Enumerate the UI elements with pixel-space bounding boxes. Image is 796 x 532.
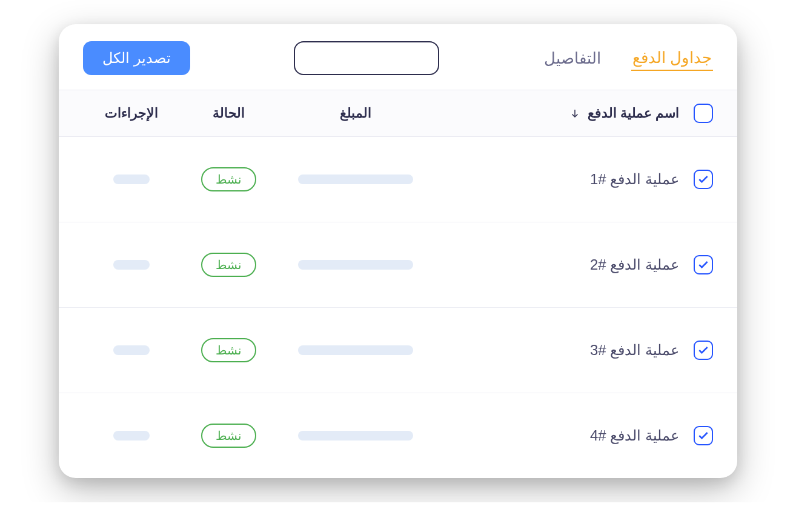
amount-placeholder — [298, 345, 413, 355]
status-badge: نشط — [201, 338, 256, 362]
column-label-name: اسم عملية الدفع — [588, 105, 679, 121]
payments-card: جداول الدفع التفاصيل تصدير الكل اسم عملي… — [59, 24, 737, 478]
select-all-checkbox[interactable] — [694, 104, 713, 123]
row-checkbox[interactable] — [694, 255, 713, 274]
amount-placeholder — [298, 260, 413, 270]
tab-details[interactable]: التفاصيل — [543, 47, 602, 70]
tab-payment-schedules[interactable]: جداول الدفع — [631, 46, 713, 71]
column-header-amount: المبلغ — [277, 105, 434, 121]
payment-name: عملية الدفع #3 — [590, 342, 679, 359]
column-label-actions: الإجراءات — [105, 105, 158, 121]
export-all-button[interactable]: تصدير الكل — [83, 41, 190, 75]
row-checkbox[interactable] — [694, 341, 713, 360]
card-header: جداول الدفع التفاصيل تصدير الكل — [59, 24, 737, 90]
row-checkbox[interactable] — [694, 426, 713, 445]
actions-placeholder — [113, 175, 150, 184]
status-badge: نشط — [201, 424, 256, 448]
table-row: عملية الدفع #4 نشط — [59, 393, 737, 478]
actions-placeholder — [113, 431, 150, 441]
column-label-status: الحالة — [213, 105, 245, 121]
table-row: عملية الدفع #2 نشط — [59, 222, 737, 308]
payment-name: عملية الدفع #4 — [590, 427, 679, 444]
row-checkbox[interactable] — [694, 170, 713, 189]
search-container — [210, 41, 523, 75]
column-label-amount: المبلغ — [340, 105, 371, 121]
status-badge: نشط — [201, 167, 256, 191]
tabs: جداول الدفع التفاصيل — [543, 46, 713, 71]
table-row: عملية الدفع #3 نشط — [59, 308, 737, 393]
column-header-select — [679, 104, 713, 123]
actions-placeholder — [113, 260, 150, 270]
payment-name: عملية الدفع #2 — [590, 256, 679, 273]
amount-placeholder — [298, 175, 413, 184]
actions-placeholder — [113, 345, 150, 355]
status-badge: نشط — [201, 253, 256, 277]
payment-name: عملية الدفع #1 — [590, 171, 679, 188]
column-header-status: الحالة — [180, 105, 277, 121]
sort-arrow-icon — [569, 108, 580, 119]
table-header-row: اسم عملية الدفع المبلغ الحالة الإجراءات — [59, 90, 737, 137]
search-input[interactable] — [282, 52, 422, 65]
column-header-name[interactable]: اسم عملية الدفع — [434, 105, 679, 121]
search-box[interactable] — [294, 41, 439, 75]
table-row: عملية الدفع #1 نشط — [59, 137, 737, 222]
amount-placeholder — [298, 431, 413, 441]
column-header-actions: الإجراءات — [83, 105, 180, 121]
